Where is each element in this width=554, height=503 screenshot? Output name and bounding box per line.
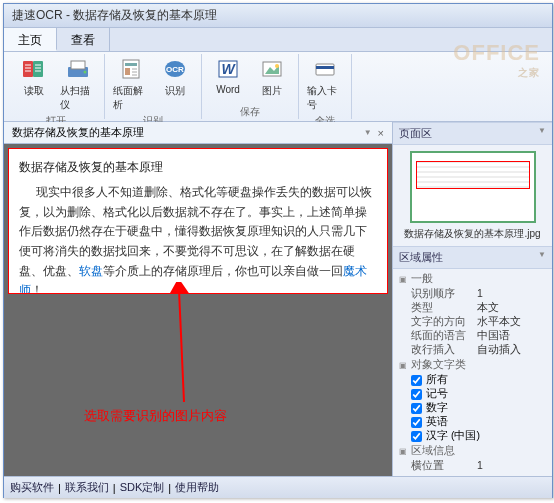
page-thumbnail[interactable]: [410, 151, 536, 223]
link-help[interactable]: 使用帮助: [175, 480, 219, 495]
image-button[interactable]: 图片: [252, 54, 292, 100]
ribbon: 读取 从扫描仪 打开 纸面解析 OCR 识别 识别: [4, 52, 552, 122]
word-button[interactable]: W Word: [208, 54, 248, 100]
prop-row: 文字的方向水平本文: [397, 315, 548, 329]
page-analysis-button[interactable]: 纸面解析: [111, 54, 151, 114]
page-icon: [117, 56, 145, 82]
link-floppy[interactable]: 软盘: [79, 265, 103, 277]
svg-rect-6: [125, 63, 137, 66]
prop-row: 改行插入自动插入: [397, 343, 548, 357]
svg-text:OCR: OCR: [166, 65, 184, 74]
svg-rect-3: [71, 61, 85, 69]
read-button[interactable]: 读取: [14, 54, 54, 114]
statusbar: 购买软件| 联系我们| SDK定制| 使用帮助: [4, 476, 552, 498]
tab-view[interactable]: 查看: [57, 28, 110, 51]
scanner-button[interactable]: 从扫描仪: [58, 54, 98, 114]
svg-rect-7: [125, 68, 130, 75]
check-all: 所有: [397, 373, 548, 387]
link-buy[interactable]: 购买软件: [10, 480, 54, 495]
prop-row: 识别顺序1: [397, 287, 548, 301]
tab-home[interactable]: 主页: [4, 28, 57, 51]
prop-row: 类型本文: [397, 301, 548, 315]
svg-rect-16: [316, 66, 334, 69]
group-chars[interactable]: ▣对象文字类: [397, 357, 548, 373]
group-general[interactable]: ▣一般: [397, 271, 548, 287]
thumbnail-label: 数据存储及恢复的基本原理.jpg: [399, 227, 546, 240]
svg-point-14: [275, 64, 279, 68]
annotation-text: 选取需要识别的图片内容: [84, 407, 227, 425]
annotation-arrow: [154, 282, 254, 412]
titlebar: 捷速OCR - 数据存储及恢复的基本原理: [4, 4, 552, 28]
check-chinese: 汉字 (中国): [397, 429, 548, 443]
svg-point-4: [84, 71, 87, 74]
dropdown-icon[interactable]: ▼: [364, 128, 372, 137]
prop-row: 纸面的语言中国语: [397, 329, 548, 343]
close-icon[interactable]: ×: [378, 127, 384, 139]
check-number: 数字: [397, 401, 548, 415]
pages-section-title: 页面区▼: [393, 122, 552, 145]
right-panel: 页面区▼ 数据存储及恢复的基本原理.jpg 区域属性▼ ▣一般 识别顺序1 类型…: [392, 122, 552, 476]
svg-line-18: [179, 290, 184, 402]
image-icon: [258, 56, 286, 82]
watermark: OFFICE之家: [453, 40, 540, 80]
ocr-button[interactable]: OCR 识别: [155, 54, 195, 114]
document-tab[interactable]: 数据存储及恢复的基本原理 ▼ ×: [4, 122, 392, 144]
link-sdk[interactable]: SDK定制: [120, 480, 165, 495]
link-contact[interactable]: 联系我们: [65, 480, 109, 495]
check-english: 英语: [397, 415, 548, 429]
group-region[interactable]: ▣区域信息: [397, 443, 548, 459]
document-content[interactable]: 数据存储及恢复的基本原理 现实中很多人不知道删除、格式化等硬盘操作丢失的数据可以…: [8, 148, 388, 294]
doc-title: 数据存储及恢复的基本原理: [19, 157, 377, 177]
props-section-title: 区域属性▼: [393, 246, 552, 269]
card-button[interactable]: 输入卡号: [305, 54, 345, 114]
word-icon: W: [214, 56, 242, 82]
card-icon: [311, 56, 339, 82]
scanner-icon: [64, 56, 92, 82]
doc-body: 现实中很多人不知道删除、格式化等硬盘操作丢失的数据可以恢复，以为删除、格式化以后…: [19, 183, 377, 294]
ocr-icon: OCR: [161, 56, 189, 82]
svg-rect-1: [33, 61, 43, 77]
group-save-label: 保存: [240, 105, 260, 119]
main-panel: 数据存储及恢复的基本原理 ▼ × 数据存储及恢复的基本原理 现实中很多人不知道删…: [4, 122, 392, 476]
prop-row: 横位置1: [397, 459, 548, 473]
check-symbol: 记号: [397, 387, 548, 401]
window-title: 捷速OCR - 数据存储及恢复的基本原理: [12, 8, 217, 22]
book-icon: [20, 56, 48, 82]
svg-text:W: W: [221, 61, 236, 77]
svg-rect-0: [23, 61, 33, 77]
svg-rect-15: [316, 64, 334, 75]
